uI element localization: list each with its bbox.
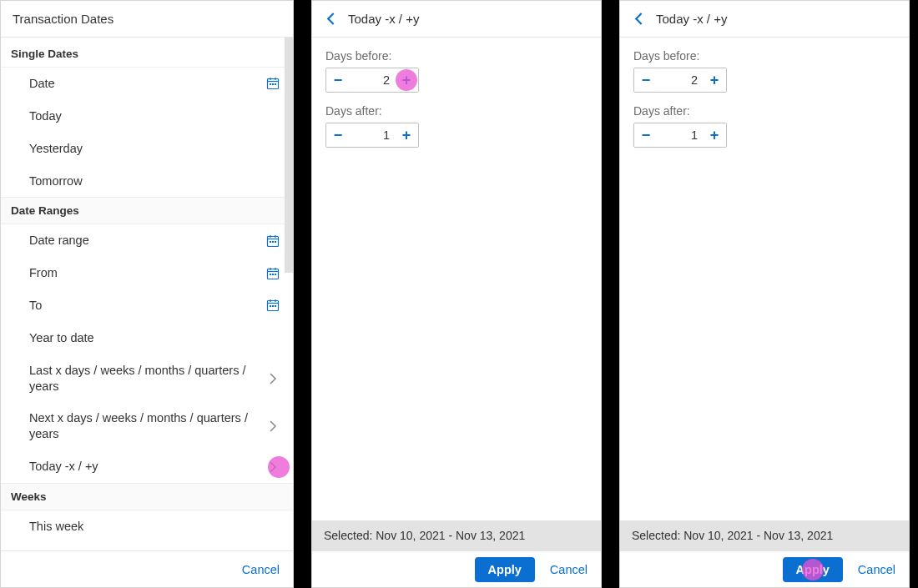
group-header: Single Dates (1, 38, 293, 68)
back-button[interactable] (324, 11, 340, 27)
svg-rect-13 (275, 241, 276, 243)
days-before-field: Days before:−2+ (633, 49, 895, 93)
days-after-field: Days after:−1+ (325, 104, 588, 148)
list-item[interactable]: Year to date (1, 322, 293, 354)
svg-rect-20 (275, 274, 276, 275)
list-item[interactable]: Date range (1, 224, 293, 257)
list-item[interactable]: This week (1, 510, 293, 543)
calendar-icon[interactable] (265, 234, 281, 248)
days-after-stepper: −1+ (325, 123, 419, 148)
highlight-marker (802, 559, 824, 580)
days-after-value[interactable]: 1 (658, 123, 703, 147)
selected-range-bar: Selected: Nov 10, 2021 - Nov 13, 2021 (312, 520, 601, 550)
form-title: Today -x / +y (656, 12, 727, 26)
list-item[interactable]: Last x days / weeks / months / quarters … (1, 354, 293, 403)
list-item-label: Date (29, 76, 265, 92)
svg-rect-18 (270, 274, 271, 275)
svg-rect-27 (275, 305, 276, 307)
svg-rect-5 (272, 83, 274, 85)
list-item[interactable]: Date (1, 68, 293, 100)
svg-rect-12 (272, 241, 274, 243)
days-before-increment[interactable]: + (703, 68, 726, 92)
svg-rect-26 (272, 305, 274, 307)
cancel-button[interactable]: Cancel (856, 560, 897, 580)
list-item-label: Year to date (29, 330, 281, 346)
list-item[interactable]: Today -x / +y (1, 450, 293, 483)
group-header: Weeks (1, 484, 293, 510)
form-footer: ApplyCancel (620, 550, 909, 587)
list-item-label: Date range (29, 233, 265, 249)
list-item[interactable]: Tomorrow (1, 165, 293, 198)
list-item-label: Last x days / weeks / months / quarters … (29, 363, 265, 395)
svg-rect-6 (275, 83, 276, 85)
days-after-label: Days after: (633, 104, 895, 118)
list-item[interactable]: From (1, 257, 293, 289)
selected-range-bar: Selected: Nov 10, 2021 - Nov 13, 2021 (620, 520, 909, 550)
form-footer: ApplyCancel (312, 550, 601, 587)
apply-button[interactable]: Apply (475, 557, 535, 582)
transaction-dates-panel: Transaction Dates Single DatesDateTodayY… (0, 0, 294, 588)
list-item-label: Today -x / +y (29, 459, 265, 475)
group-header: Date Ranges (1, 198, 293, 224)
days-before-value[interactable]: 2 (350, 68, 395, 92)
form-title: Today -x / +y (348, 12, 419, 26)
list-item-label: Next x days / weeks / months / quarters … (29, 410, 265, 442)
days-before-decrement[interactable]: − (634, 68, 658, 92)
days-before-label: Days before: (325, 49, 588, 63)
form-header: Today -x / +y (312, 1, 601, 38)
list-item[interactable]: To (1, 289, 293, 322)
days-after-increment[interactable]: + (395, 123, 418, 147)
days-before-field: Days before:−2+ (325, 49, 588, 93)
form-body: Days before:−2+Days after:−1+ (312, 38, 601, 520)
scrollbar[interactable] (285, 38, 293, 273)
list-item-label: Tomorrow (29, 173, 281, 189)
days-before-stepper: −2+ (633, 68, 727, 93)
list-item-label: From (29, 265, 265, 281)
highlight-marker (396, 69, 417, 91)
chevron-right-icon (265, 461, 281, 473)
svg-rect-25 (270, 305, 271, 307)
today-xy-panel-step2: Today -x / +yDays before:−2+Days after:−… (619, 0, 910, 588)
form-header: Today -x / +y (620, 1, 909, 38)
days-before-decrement[interactable]: − (326, 68, 350, 92)
panel-title: Transaction Dates (1, 1, 293, 38)
days-after-stepper: −1+ (633, 123, 727, 148)
days-before-value[interactable]: 2 (658, 68, 703, 92)
cancel-button[interactable]: Cancel (548, 560, 589, 580)
options-scroll[interactable]: Single DatesDateTodayYesterdayTomorrowDa… (1, 38, 293, 550)
svg-rect-11 (270, 241, 271, 243)
days-after-label: Days after: (325, 104, 588, 118)
panel1-footer: Cancel (1, 550, 293, 587)
chevron-right-icon (265, 373, 281, 384)
days-after-decrement[interactable]: − (634, 123, 658, 147)
days-after-value[interactable]: 1 (350, 123, 395, 147)
panel-title-text: Transaction Dates (13, 12, 113, 26)
list-item-label: This week (29, 519, 281, 535)
list-item[interactable]: Yesterday (1, 133, 293, 165)
days-before-stepper: −2+ (325, 68, 419, 93)
calendar-icon[interactable] (265, 299, 281, 312)
days-before-label: Days before: (633, 49, 895, 63)
days-after-decrement[interactable]: − (326, 123, 350, 147)
list-item[interactable]: Last week (1, 543, 293, 550)
form-body: Days before:−2+Days after:−1+ (620, 38, 909, 520)
list-item-label: To (29, 298, 265, 314)
svg-rect-19 (272, 274, 274, 275)
back-button[interactable] (632, 11, 648, 27)
cancel-button[interactable]: Cancel (240, 560, 281, 580)
today-xy-panel-step1: Today -x / +yDays before:−2+Days after:−… (311, 0, 602, 588)
svg-rect-4 (270, 83, 271, 85)
list-item-label: Today (29, 108, 281, 124)
days-after-increment[interactable]: + (703, 123, 726, 147)
calendar-icon[interactable] (265, 267, 281, 280)
list-item-label: Yesterday (29, 141, 281, 157)
days-after-field: Days after:−1+ (633, 104, 895, 148)
chevron-right-icon (265, 420, 281, 432)
apply-button[interactable]: Apply (783, 557, 843, 582)
list-item[interactable]: Next x days / weeks / months / quarters … (1, 402, 293, 450)
list-item[interactable]: Today (1, 100, 293, 133)
calendar-icon[interactable] (265, 77, 281, 90)
days-before-increment[interactable]: + (395, 68, 418, 92)
